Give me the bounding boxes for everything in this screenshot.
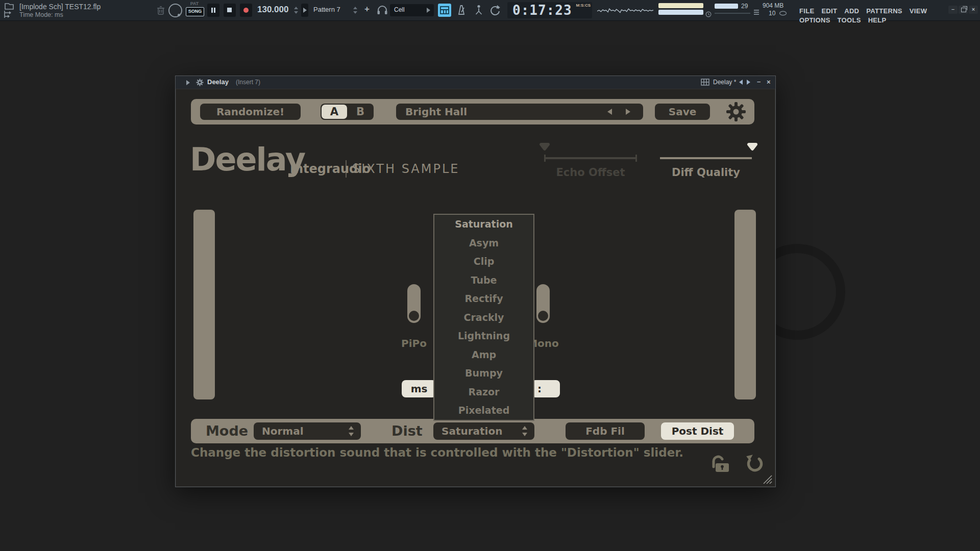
project-title: [Implode Sch] TEST12.flp <box>19 3 101 11</box>
menu-edit[interactable]: EDIT <box>821 7 837 15</box>
close-button[interactable]: × <box>969 6 978 14</box>
loop-record-icon[interactable] <box>489 4 501 16</box>
echo-offset-slider[interactable] <box>544 157 637 159</box>
polyphony-count: 10 <box>769 10 775 17</box>
menu-patterns[interactable]: PATTERNS <box>866 7 902 15</box>
tempo-display[interactable]: 130.000 <box>257 5 288 15</box>
save-button[interactable]: Save <box>655 104 710 120</box>
project-switch-icon[interactable] <box>3 10 15 19</box>
sync-button-partial-label: : <box>537 380 542 397</box>
preset-next-icon[interactable] <box>626 109 630 115</box>
add-pattern-button[interactable]: + <box>364 4 370 14</box>
preset-field[interactable]: Bright Hall <box>396 104 643 120</box>
detailed-editor-icon[interactable] <box>701 79 709 86</box>
dropdown-item-razor[interactable]: Razor <box>434 383 533 402</box>
diff-quality-slider[interactable] <box>660 157 752 159</box>
pat-mode-label[interactable]: PAT <box>186 1 203 6</box>
oscilloscope[interactable] <box>597 3 653 18</box>
diff-quality-thumb[interactable] <box>746 142 758 152</box>
echo-offset-label: Echo Offset <box>544 166 637 179</box>
reset-icon[interactable] <box>746 453 764 473</box>
dropdown-item-lightning[interactable]: Lightning <box>434 327 533 345</box>
preset-prev-icon[interactable] <box>607 109 612 115</box>
stop-button[interactable] <box>224 4 236 17</box>
cpu-meter-bar <box>715 4 738 9</box>
parameter-description: Change the distortion sound that is cont… <box>191 446 683 459</box>
menu-add[interactable]: ADD <box>844 7 859 15</box>
menu-view[interactable]: VIEW <box>910 7 927 15</box>
dropdown-item-tube[interactable]: Tube <box>434 271 533 290</box>
metronome-icon[interactable] <box>455 4 468 16</box>
mono-toggle[interactable] <box>536 284 550 323</box>
dist-select[interactable]: Saturation <box>433 422 534 440</box>
menu-help[interactable]: HELP <box>868 16 887 24</box>
arrow-right-icon <box>427 8 430 13</box>
pattern-prev-button[interactable] <box>301 4 308 17</box>
echo-offset-thumb[interactable] <box>538 142 551 152</box>
preset-tab-label[interactable]: Deelay * <box>713 79 736 86</box>
randomize-button[interactable]: Randomize! <box>200 104 301 120</box>
mode-select[interactable]: Normal <box>254 422 361 440</box>
dropdown-item-asym[interactable]: Asym <box>434 234 533 253</box>
settings-gear-icon[interactable] <box>726 102 746 122</box>
dropdown-item-rectify[interactable]: Rectify <box>434 289 533 308</box>
tempo-stepper[interactable] <box>294 6 298 15</box>
plugin-minimize-icon[interactable]: – <box>757 78 761 85</box>
brand-divider <box>346 160 347 178</box>
plugin-gear-icon[interactable] <box>196 79 204 86</box>
minimize-button[interactable]: – <box>948 6 958 14</box>
dropdown-item-crackly[interactable]: Crackly <box>434 308 533 327</box>
fdb-fil-button[interactable]: Fdb Fil <box>566 422 645 440</box>
plugin-logo: Deelay <box>190 143 305 177</box>
record-button[interactable] <box>240 4 252 17</box>
plugin-window-titlebar[interactable]: Deelay (Insert 7) Deelay * – × <box>176 76 775 89</box>
dropdown-item-clip[interactable]: Clip <box>434 252 533 271</box>
master-pitch-slider[interactable] <box>658 10 703 15</box>
restore-icon <box>961 8 966 12</box>
cpu-slider-track[interactable] <box>715 13 750 14</box>
next-preset-icon[interactable] <box>747 80 750 85</box>
mono-toggle-knob <box>538 311 548 321</box>
dropdown-item-pixelated[interactable]: Pixelated <box>434 401 533 420</box>
pattern-selector[interactable]: Pattern 7 <box>313 6 340 13</box>
expand-arrow-icon[interactable] <box>186 80 190 85</box>
resize-grip[interactable] <box>763 475 773 484</box>
menu-options[interactable]: OPTIONS <box>799 16 830 24</box>
pause-button[interactable] <box>207 4 219 17</box>
dropdown-item-bumpy[interactable]: Bumpy <box>434 364 533 383</box>
ab-segment-a[interactable]: A <box>322 105 347 119</box>
sync-button[interactable]: : <box>531 380 560 397</box>
unlock-icon[interactable] <box>709 454 731 474</box>
memory-usage: 904 MB <box>763 2 783 9</box>
voices-icon <box>779 11 787 16</box>
time-mode-label[interactable]: Time Mode: ms <box>19 11 63 18</box>
new-file-icon[interactable] <box>4 2 14 10</box>
menu-tools[interactable]: TOOLS <box>838 16 861 24</box>
ab-compare-toggle[interactable]: A B <box>321 104 374 120</box>
typing-keyboard-button[interactable] <box>438 4 451 17</box>
mode-select-value: Normal <box>262 422 304 440</box>
ab-segment-b[interactable]: B <box>348 105 373 119</box>
time-panel[interactable]: 0:17:23 M:S:CS <box>507 2 592 18</box>
trash-icon[interactable] <box>156 6 165 16</box>
restore-button[interactable] <box>959 6 968 14</box>
echo-offset-cap-left <box>544 155 546 162</box>
updown-arrows-icon <box>522 426 527 436</box>
precount-icon[interactable] <box>473 4 485 16</box>
plugin-close-icon[interactable]: × <box>767 78 771 86</box>
song-mode-toggle[interactable]: SONG <box>186 7 204 16</box>
cpu-percent: 29 <box>741 3 748 10</box>
menu-file[interactable]: FILE <box>799 7 814 15</box>
post-dist-button[interactable]: Post Dist <box>661 422 734 440</box>
menu-bar: FILEEDITADDPATTERNSVIEWOPTIONSTOOLSHELP <box>799 6 947 15</box>
pattern-stepper[interactable] <box>353 6 357 15</box>
time-display: 0:17:23 <box>512 3 572 18</box>
dropdown-item-saturation[interactable]: Saturation <box>434 215 533 234</box>
updown-arrows-icon <box>349 426 354 436</box>
pipo-toggle[interactable] <box>407 284 421 323</box>
master-volume-slider[interactable] <box>658 3 703 8</box>
time-unit-button[interactable]: ms <box>402 380 436 397</box>
prev-preset-icon[interactable] <box>739 80 743 85</box>
track-selector[interactable]: Cell <box>390 4 434 16</box>
dropdown-item-amp[interactable]: Amp <box>434 345 533 364</box>
